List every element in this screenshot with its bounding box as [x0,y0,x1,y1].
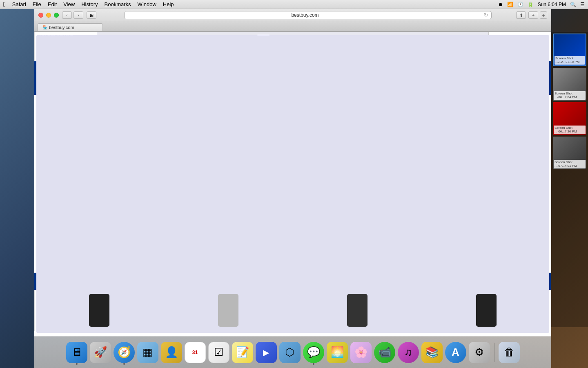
edit-menu[interactable]: Edit [48,1,57,7]
mission-control-icon: ▦ [143,346,153,359]
safari-menu[interactable]: Safari [12,1,26,7]
system-prefs-icon: ⚙ [474,346,484,359]
dock-keynote[interactable]: ▶ [256,342,277,363]
dock-messages[interactable]: 💬 [303,342,324,363]
dock-system-prefs[interactable]: ⚙ [469,342,490,363]
dock-appstore[interactable]: A [445,342,466,363]
iphone-offer-box: IPHONE OFFER iPhone 6s and iPhone 6s Plu… [416,130,543,260]
appstore-icon: A [452,346,459,359]
share-button[interactable]: ⬆ [516,11,526,19]
bookmarks-menu[interactable]: Bookmarks [105,1,131,7]
carrier-phone-4 [476,294,497,327]
dock-launchpad[interactable]: 🚀 [90,342,111,363]
record-icon: ⏺ [498,2,503,7]
apple-menu[interactable]:  [3,1,6,8]
3d-icon: ⬡ [285,346,294,359]
window-menu[interactable]: Window [138,1,156,7]
dock-facetime[interactable]: 📹 [374,342,395,363]
messages-icon: 💬 [307,346,320,359]
dock-safari[interactable]: 🧭 [114,342,135,363]
photos-icon: 🌸 [354,346,368,359]
help-menu[interactable]: Help [163,1,174,7]
forward-button[interactable]: › [74,11,83,19]
thumbnails-sidebar: Screen Shot...-12...21.10 PM Screen Shot… [551,32,588,327]
clock-icon: 🕐 [517,2,523,7]
dock-notes[interactable]: 📝 [232,342,253,363]
thumbnail-3[interactable]: Screen Shot...-06...7.20 PM [553,102,586,135]
refresh-button[interactable]: ↻ [484,12,488,18]
view-menu[interactable]: View [63,1,75,7]
thumbnail-label-3: Screen Shot...-06...7.20 PM [554,126,586,134]
time-display: Sun 6:04 PM [538,2,566,7]
dock-contacts[interactable]: 👤 [161,342,182,363]
dock-calendar[interactable]: 31 [185,342,206,363]
photos-alt-icon: 🌅 [331,346,344,359]
minimize-button[interactable] [46,13,51,18]
url-display: bestbuy.com [128,12,482,18]
back-button[interactable]: ‹ [62,11,72,19]
mac-dock: 🖥 🚀 🧭 ▦ 👤 31 ☑ 📝 ▶ ⬡ 💬 🌅 🌸 📹 ♫ [34,336,551,368]
carrier-phone-1 [89,294,109,327]
thumbnail-1[interactable]: Screen Shot...-12...21.10 PM [553,34,586,66]
active-tab[interactable]: 🏪 bestbuy.com [38,23,103,31]
dock-divider [494,343,494,362]
iphone-right-image [479,152,506,196]
carrier-phone-3 [347,294,368,327]
dock-ibooks[interactable]: 📚 [421,342,443,363]
page-content: Best Buy Cell Phones The New Galaxy Note… [34,95,551,272]
dock-reminders[interactable]: ☑ [208,342,229,363]
dock-photos[interactable]: 🌸 [350,342,372,363]
finder-icon: 🖥 [71,346,82,359]
dock-mission-control[interactable]: ▦ [137,342,158,363]
maximize-button[interactable] [54,13,59,18]
thumbnail-label-1: Screen Shot...-12...21.10 PM [555,56,585,65]
tab-label: bestbuy.com [49,25,74,30]
file-menu[interactable]: File [33,1,41,7]
contacts-icon: 👤 [165,346,178,359]
dock-3d-viewer[interactable]: ⬡ [279,342,301,363]
browser-titlebar: ‹ › ⊞ bestbuy.com ↻ ⬆ + + 🏪 bestbuy.com [34,9,551,32]
thumbnail-4[interactable]: Screen Shot...-07...4.01 PM [553,137,586,169]
dock-photos-alt[interactable]: 🌅 [327,342,348,363]
sidebar-toggle-button[interactable]: ⊞ [87,11,96,19]
search-mac-icon[interactable]: 🔍 [570,2,576,7]
iphone-images [423,151,536,196]
thumbnail-2[interactable]: Screen Shot...-06...7.04 PM [553,68,586,101]
thumbnail-label-2: Screen Shot...-06...7.04 PM [554,91,586,100]
ibooks-icon: 📚 [425,346,439,359]
traffic-lights [38,13,59,18]
itunes-icon: ♫ [404,346,412,359]
new-tab-button[interactable]: + [540,11,547,19]
mac-menu-bar:  Safari File Edit View History Bookmark… [0,0,588,9]
calendar-icon: 31 [192,350,198,355]
trash-icon: 🗑 [504,346,514,359]
reminders-icon: ☑ [214,346,223,359]
launchpad-icon: 🚀 [94,346,107,359]
safari-icon: 🧭 [118,346,131,359]
close-button[interactable] [38,13,43,18]
keynote-icon: ▶ [263,348,269,357]
facetime-icon: 📹 [378,346,391,359]
tab-favicon: 🏪 [43,25,47,29]
dock-itunes[interactable]: ♫ [398,342,419,363]
address-bar[interactable]: bestbuy.com ↻ [124,11,492,19]
carrier-phone-2 [218,294,238,327]
history-menu[interactable]: History [81,1,98,7]
dock-trash[interactable]: 🗑 [499,342,520,363]
notification-icon[interactable]: ☰ [580,2,585,7]
wifi-icon: 📶 [507,2,513,7]
dock-finder[interactable]: 🖥 [66,342,87,363]
add-bookmark-button[interactable]: + [528,11,538,19]
tabs-bar: 🏪 bestbuy.com [34,21,551,31]
notes-icon: 📝 [236,346,249,359]
battery-icon: 🔋 [528,2,534,7]
browser-viewport: ADVERTISEMENT SELECT PREPAID SAMSUNG GAL… [34,32,551,336]
thumbnail-label-4: Screen Shot...-07...4.01 PM [554,160,586,168]
